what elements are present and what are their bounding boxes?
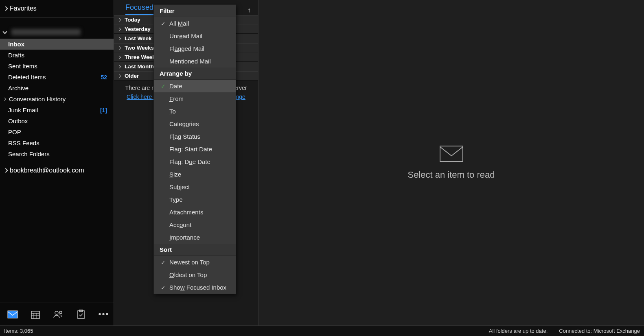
menu-item[interactable]: Flag Status: [154, 130, 236, 143]
menu-item[interactable]: Attachments: [154, 206, 236, 218]
folder-conversation-history[interactable]: Conversation History: [0, 94, 114, 105]
menu-item-label: From: [169, 95, 184, 102]
menu-item[interactable]: Unread Mail: [154, 30, 236, 42]
menu-item-label: Mentioned Mail: [169, 58, 211, 65]
chevron-right-icon: [3, 97, 6, 100]
account-header-2[interactable]: bookbreath@outlook.com: [0, 159, 114, 178]
chevron-right-icon: [3, 6, 8, 11]
svg-rect-8: [78, 311, 84, 319]
menu-item[interactable]: Oldest on Top: [154, 268, 236, 281]
menu-item-label: Flag: Due Date: [169, 158, 210, 165]
folder-drafts[interactable]: Drafts: [0, 50, 114, 61]
group-label: Older: [125, 73, 139, 79]
chevron-right-icon: [118, 27, 121, 31]
sort-direction-icon[interactable]: ↑: [248, 7, 253, 12]
group-label: Today: [125, 17, 140, 23]
favorites-header[interactable]: Favorites: [0, 0, 114, 17]
svg-rect-10: [440, 146, 463, 161]
folder-rss-feeds[interactable]: RSS Feeds: [0, 137, 114, 148]
mail-icon[interactable]: [7, 309, 18, 320]
account-name: bookbreath@outlook.com: [10, 167, 84, 174]
menu-item-label: Account: [169, 221, 191, 228]
folder-pop[interactable]: POP: [0, 127, 114, 137]
menu-item-label: Type: [169, 196, 183, 203]
chevron-right-icon: [118, 55, 121, 59]
more-icon[interactable]: •••: [99, 309, 109, 320]
check-icon: ✓: [160, 284, 167, 291]
folder-list: Inbox Drafts Sent Items Deleted Items 52…: [0, 39, 114, 159]
chevron-right-icon: [118, 65, 121, 68]
folder-badge: [1]: [100, 107, 107, 113]
menu-section-sort: Sort: [154, 244, 236, 256]
chevron-right-icon: [118, 46, 121, 49]
reading-pane: Select an item to read: [258, 0, 644, 325]
folder-label: Conversation History: [9, 96, 66, 103]
folder-outbox[interactable]: Outbox: [0, 116, 114, 127]
menu-item[interactable]: Flagged Mail: [154, 42, 236, 55]
menu-item-label: Categories: [169, 120, 199, 127]
tab-focused[interactable]: Focused: [125, 3, 153, 15]
folder-pane: Favorites Inbox Drafts Sent Items Delete…: [0, 0, 114, 325]
menu-item[interactable]: Type: [154, 193, 236, 206]
menu-section-filter: Filter: [154, 5, 236, 17]
folder-junk-email[interactable]: Junk Email [1]: [0, 105, 114, 116]
menu-item[interactable]: Size: [154, 168, 236, 181]
filter-sort-menu: Filter ✓All MailUnread MailFlagged MailM…: [153, 4, 236, 294]
calendar-icon[interactable]: [30, 309, 41, 320]
menu-item[interactable]: Account: [154, 218, 236, 231]
menu-item-label: Attachments: [169, 209, 203, 216]
menu-item[interactable]: ✓Show Focused Inbox: [154, 281, 236, 294]
svg-rect-1: [31, 311, 39, 319]
menu-item-label: Flag Status: [169, 133, 200, 140]
menu-item[interactable]: Mentioned Mail: [154, 55, 236, 68]
menu-item-label: Oldest on Top: [169, 271, 207, 278]
menu-item[interactable]: Flag: Due Date: [154, 155, 236, 168]
status-folders: All folders are up to date.: [489, 328, 548, 334]
group-label: Last Week: [125, 35, 152, 41]
folder-label: Deleted Items: [8, 74, 46, 81]
menu-item[interactable]: ✓Newest on Top: [154, 256, 236, 268]
reading-pane-text: Select an item to read: [407, 170, 495, 180]
menu-item[interactable]: ✓Date: [154, 80, 236, 92]
svg-rect-0: [8, 311, 18, 318]
menu-item-label: To: [169, 108, 176, 115]
folder-inbox[interactable]: Inbox: [0, 39, 114, 50]
check-icon: ✓: [160, 83, 167, 89]
menu-item-label: Size: [169, 171, 181, 178]
folder-label: Inbox: [8, 41, 24, 48]
folder-search-folders[interactable]: Search Folders: [0, 148, 114, 159]
menu-item-label: Importance: [169, 234, 200, 241]
status-items-count: Items: 3,065: [4, 328, 33, 334]
group-label: Yesterday: [125, 26, 151, 32]
menu-item[interactable]: ✓All Mail: [154, 17, 236, 30]
people-icon[interactable]: [53, 309, 64, 320]
menu-item-label: Subject: [169, 183, 190, 190]
folder-label: Archive: [8, 85, 28, 92]
svg-point-6: [55, 311, 58, 314]
tasks-icon[interactable]: [76, 309, 86, 320]
folder-label: Outbox: [8, 118, 28, 124]
menu-item[interactable]: From: [154, 92, 236, 105]
menu-item[interactable]: Flag: Start Date: [154, 143, 236, 155]
favorites-label: Favorites: [10, 5, 37, 12]
status-bar: Items: 3,065 All folders are up to date.…: [0, 325, 644, 336]
account-name-blurred: [11, 29, 81, 35]
status-connected: Connected to: Microsoft Exchange: [559, 328, 640, 334]
menu-item-label: Newest on Top: [169, 259, 210, 266]
account-header-1[interactable]: [0, 25, 114, 39]
bottom-nav: •••: [0, 303, 114, 325]
menu-item-label: Flagged Mail: [169, 45, 204, 52]
menu-item[interactable]: Subject: [154, 181, 236, 193]
menu-item[interactable]: To: [154, 105, 236, 118]
folder-label: Junk Email: [8, 107, 38, 113]
menu-item-label: Flag: Start Date: [169, 146, 212, 153]
folder-sent-items[interactable]: Sent Items: [0, 61, 114, 72]
menu-item[interactable]: Importance: [154, 231, 236, 244]
chevron-right-icon: [3, 168, 8, 172]
folder-deleted-items[interactable]: Deleted Items 52: [0, 72, 114, 83]
menu-item[interactable]: Categories: [154, 118, 236, 130]
folder-label: POP: [8, 129, 21, 135]
folder-label: RSS Feeds: [8, 140, 39, 146]
chevron-right-icon: [118, 18, 121, 21]
folder-archive[interactable]: Archive: [0, 83, 114, 94]
